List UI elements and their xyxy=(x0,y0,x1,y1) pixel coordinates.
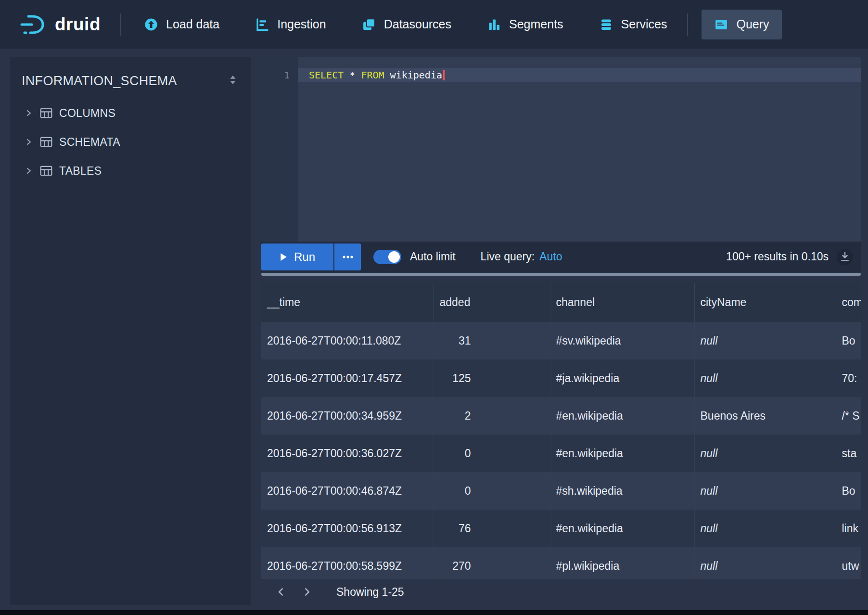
tree-item-schemata[interactable]: SCHEMATA xyxy=(22,128,239,156)
text-cursor xyxy=(443,70,445,80)
cell-channel[interactable]: #sv.wikipedia xyxy=(550,322,694,359)
cell-time[interactable]: 2016-06-27T00:00:34.959Z xyxy=(261,397,434,435)
auto-limit-toggle[interactable] xyxy=(373,250,401,264)
cell-time[interactable]: 2016-06-27T00:00:58.599Z xyxy=(261,547,434,579)
schema-header: INFORMATION_SCHEMA xyxy=(22,71,239,91)
column-header-added[interactable]: added xyxy=(434,283,550,322)
cell-cityname[interactable]: null xyxy=(694,547,836,579)
prev-page-button[interactable] xyxy=(271,582,291,602)
panel-splitter[interactable] xyxy=(261,273,861,276)
segments-icon xyxy=(487,17,501,32)
nav-item-query[interactable]: Query xyxy=(702,10,781,39)
brand-text: druid xyxy=(55,14,101,35)
sql-line: SELECT * FROM wikipedia xyxy=(298,68,861,82)
cell-channel[interactable]: #en.wikipedia xyxy=(550,435,694,472)
results-table-wrap: __time added channel cityName comment 20… xyxy=(261,283,861,579)
column-header-cityname[interactable]: cityName xyxy=(694,283,836,322)
cell-added[interactable]: 0 xyxy=(434,472,550,510)
schema-sidebar: INFORMATION_SCHEMA xyxy=(10,57,251,605)
cell-comment[interactable]: Bo xyxy=(836,322,861,359)
editor-code-area[interactable]: SELECT * FROM wikipedia xyxy=(298,57,861,242)
cell-comment[interactable]: utw xyxy=(836,547,861,579)
table-icon xyxy=(40,165,52,177)
run-toolbar: Run Auto limit Live query: Auto 100+ res… xyxy=(261,242,861,272)
cell-comment[interactable]: 70: xyxy=(836,359,861,397)
cell-cityname[interactable]: null xyxy=(694,359,836,397)
table-icon xyxy=(40,107,52,119)
query-icon xyxy=(714,17,728,32)
tree-item-columns[interactable]: COLUMNS xyxy=(22,99,239,128)
cell-added[interactable]: 76 xyxy=(434,510,550,547)
table-row: 2016-06-27T00:00:17.457Z 125 #ja.wikiped… xyxy=(261,359,861,397)
cell-cityname[interactable]: null xyxy=(694,472,836,510)
cell-time[interactable]: 2016-06-27T00:00:56.913Z xyxy=(261,510,434,547)
cell-added[interactable]: 270 xyxy=(434,547,550,579)
nav-item-datasources[interactable]: Datasources xyxy=(358,10,455,39)
datasources-icon xyxy=(362,17,376,32)
cell-added[interactable]: 31 xyxy=(434,322,550,359)
cell-cityname[interactable]: null xyxy=(694,322,836,359)
tree-item-label: COLUMNS xyxy=(59,107,115,120)
cell-comment[interactable]: Bo xyxy=(836,472,861,510)
tree-item-label: TABLES xyxy=(59,165,102,178)
cell-comment[interactable]: /* S xyxy=(836,397,861,435)
nav-item-services[interactable]: Services xyxy=(595,10,671,39)
cell-comment[interactable]: sta xyxy=(836,435,861,472)
column-header-time[interactable]: __time xyxy=(261,283,434,322)
cell-time[interactable]: 2016-06-27T00:00:46.874Z xyxy=(261,472,434,510)
main-nav: Load data Ingestion Datasources xyxy=(140,10,671,39)
cell-channel[interactable]: #pl.wikipedia xyxy=(550,547,694,579)
cell-time[interactable]: 2016-06-27T00:00:17.457Z xyxy=(261,359,434,397)
live-query-label: Live query: xyxy=(481,250,535,263)
topbar: druid Load data Ingestion xyxy=(0,0,868,49)
run-button-group: Run xyxy=(261,243,361,270)
load-data-icon xyxy=(144,17,158,32)
cell-channel[interactable]: #en.wikipedia xyxy=(550,397,694,435)
nav-label: Services xyxy=(621,17,667,31)
content: INFORMATION_SCHEMA xyxy=(0,49,868,615)
topbar-divider xyxy=(687,13,688,36)
table-row: 2016-06-27T00:00:34.959Z 2 #en.wikipedia… xyxy=(261,397,861,435)
run-button[interactable]: Run xyxy=(261,243,333,270)
cell-added[interactable]: 2 xyxy=(434,397,550,435)
sql-keyword: FROM xyxy=(361,69,384,81)
column-header-channel[interactable]: channel xyxy=(550,283,694,322)
cell-time[interactable]: 2016-06-27T00:00:36.027Z xyxy=(261,435,434,472)
run-button-label: Run xyxy=(294,250,315,264)
chevron-right-icon xyxy=(25,167,33,175)
table-row: 2016-06-27T00:00:58.599Z 270 #pl.wikiped… xyxy=(261,547,861,579)
nav-item-load-data[interactable]: Load data xyxy=(140,10,223,39)
pagination-bar: Showing 1-25 xyxy=(261,579,861,605)
nav-label: Ingestion xyxy=(277,17,326,31)
more-icon xyxy=(343,256,353,258)
table-row: 2016-06-27T00:00:46.874Z 0 #sh.wikipedia… xyxy=(261,472,861,510)
more-options-button[interactable] xyxy=(334,243,361,270)
sql-editor[interactable]: 1 SELECT * FROM wikipedia xyxy=(261,57,861,242)
nav-item-ingestion[interactable]: Ingestion xyxy=(251,10,330,39)
cell-added[interactable]: 0 xyxy=(434,435,550,472)
cell-channel[interactable]: #en.wikipedia xyxy=(550,510,694,547)
download-icon[interactable] xyxy=(836,248,854,266)
chevron-right-icon xyxy=(25,138,33,146)
double-caret-icon[interactable] xyxy=(227,73,239,89)
column-header-comment[interactable]: comment xyxy=(836,283,861,322)
results-summary: 100+ results in 0.10s xyxy=(726,250,829,263)
table-header-row: __time added channel cityName comment xyxy=(261,283,861,322)
nav-item-segments[interactable]: Segments xyxy=(483,10,567,39)
cell-cityname[interactable]: Buenos Aires xyxy=(694,397,836,435)
auto-limit-label[interactable]: Auto limit xyxy=(410,250,456,263)
cell-added[interactable]: 125 xyxy=(434,359,550,397)
cell-cityname[interactable]: null xyxy=(694,510,836,547)
live-query-value[interactable]: Auto xyxy=(539,250,562,263)
next-page-button[interactable] xyxy=(297,582,317,602)
cell-time[interactable]: 2016-06-27T00:00:11.080Z xyxy=(261,322,434,359)
nav-label: Datasources xyxy=(384,17,451,31)
schema-title: INFORMATION_SCHEMA xyxy=(22,74,177,89)
cell-channel[interactable]: #sh.wikipedia xyxy=(550,472,694,510)
cell-channel[interactable]: #ja.wikipedia xyxy=(550,359,694,397)
tree-item-tables[interactable]: TABLES xyxy=(22,156,239,185)
nav-label: Query xyxy=(736,17,769,31)
cell-comment[interactable]: link xyxy=(836,510,861,547)
cell-cityname[interactable]: null xyxy=(694,435,836,472)
services-icon xyxy=(599,17,613,32)
